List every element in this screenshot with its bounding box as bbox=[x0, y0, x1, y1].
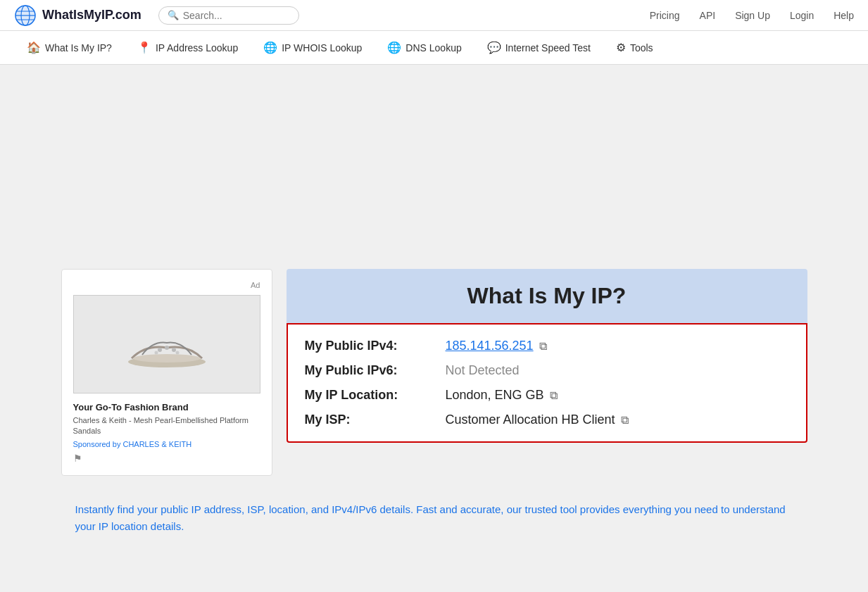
ipv6-value: Not Detected bbox=[446, 363, 520, 378]
svg-point-9 bbox=[165, 346, 169, 350]
location-copy-icon[interactable]: ⧉ bbox=[550, 389, 558, 402]
sec-nav-ip-lookup-label: IP Address Lookup bbox=[156, 42, 238, 53]
search-box[interactable]: 🔍 bbox=[158, 6, 299, 25]
isp-value: Customer Allocation HB Client bbox=[446, 412, 615, 427]
speed-icon: 💬 bbox=[487, 41, 501, 54]
secondary-navigation: 🏠 What Is My IP? 📍 IP Address Lookup 🌐 I… bbox=[0, 31, 868, 65]
tools-icon: ⚙ bbox=[616, 41, 626, 54]
sec-nav-whois[interactable]: 🌐 IP WHOIS Lookup bbox=[251, 31, 375, 65]
isp-row: My ISP: Customer Allocation HB Client ⧉ bbox=[305, 412, 789, 427]
ad-banner-area bbox=[0, 65, 868, 262]
svg-point-8 bbox=[158, 348, 162, 352]
ad-card: Ad Your Go-To Fashion Brand Charles & Ke… bbox=[61, 269, 272, 476]
ip-card-title: What Is My IP? bbox=[301, 283, 793, 309]
sec-nav-ip-lookup[interactable]: 📍 IP Address Lookup bbox=[125, 31, 251, 65]
main-content: Ad Your Go-To Fashion Brand Charles & Ke… bbox=[0, 65, 868, 558]
nav-link-help[interactable]: Help bbox=[834, 10, 854, 21]
ipv4-label: My Public IPv4: bbox=[305, 339, 446, 353]
sec-nav-whois-label: IP WHOIS Lookup bbox=[282, 42, 362, 53]
svg-point-7 bbox=[133, 354, 201, 363]
sec-nav-tools[interactable]: ⚙ Tools bbox=[603, 31, 666, 65]
sec-nav-home-label: What Is My IP? bbox=[45, 42, 112, 53]
globe-icon: 🌐 bbox=[263, 41, 277, 54]
isp-label: My ISP: bbox=[305, 412, 446, 427]
location-label: My IP Location: bbox=[305, 388, 446, 403]
description-section: Instantly find your public IP address, I… bbox=[61, 487, 807, 535]
content-section: Ad Your Go-To Fashion Brand Charles & Ke… bbox=[47, 269, 822, 476]
ad-label: Ad bbox=[73, 281, 260, 289]
sec-nav-speed-test[interactable]: 💬 Internet Speed Test bbox=[474, 31, 603, 65]
ipv6-row: My Public IPv6: Not Detected bbox=[305, 363, 789, 378]
sandal-image-icon bbox=[118, 316, 216, 372]
sec-nav-speed-label: Internet Speed Test bbox=[505, 42, 591, 53]
ad-product-desc: Charles & Keith - Mesh Pearl-Embellished… bbox=[73, 415, 260, 437]
isp-copy-icon[interactable]: ⧉ bbox=[621, 414, 629, 427]
location-value: London, ENG GB bbox=[446, 388, 544, 403]
svg-point-10 bbox=[172, 348, 176, 352]
nav-link-api[interactable]: API bbox=[700, 10, 716, 21]
ipv4-value[interactable]: 185.141.56.251 bbox=[446, 339, 534, 353]
nav-link-pricing[interactable]: Pricing bbox=[650, 10, 680, 21]
logo-area[interactable]: WhatIsMyIP.com bbox=[14, 4, 141, 27]
home-icon: 🏠 bbox=[27, 41, 41, 54]
ipv6-label: My Public IPv6: bbox=[305, 363, 446, 378]
sec-nav-dns-label: DNS Lookup bbox=[405, 42, 461, 53]
ad-image bbox=[73, 295, 260, 393]
search-icon: 🔍 bbox=[168, 10, 179, 20]
search-input[interactable] bbox=[183, 10, 282, 21]
svg-point-11 bbox=[154, 351, 158, 355]
nav-link-login[interactable]: Login bbox=[790, 10, 814, 21]
dns-globe-icon: 🌐 bbox=[387, 41, 401, 54]
nav-link-signup[interactable]: Sign Up bbox=[735, 10, 770, 21]
ipv4-copy-icon[interactable]: ⧉ bbox=[539, 340, 547, 353]
top-navigation: WhatIsMyIP.com 🔍 Pricing API Sign Up Log… bbox=[0, 0, 868, 31]
site-logo-text: WhatIsMyIP.com bbox=[42, 8, 141, 23]
svg-point-12 bbox=[175, 351, 179, 355]
ad-flag-icon: ⚑ bbox=[73, 453, 260, 464]
sec-nav-home[interactable]: 🏠 What Is My IP? bbox=[14, 31, 125, 65]
ad-sponsor-text[interactable]: Sponsored by CHARLES & KEITH bbox=[73, 440, 260, 448]
ip-card-header: What Is My IP? bbox=[287, 269, 807, 323]
sec-nav-tools-label: Tools bbox=[630, 42, 653, 53]
ip-card-body: My Public IPv4: 185.141.56.251 ⧉ My Publ… bbox=[287, 323, 807, 443]
logo-globe-icon bbox=[14, 4, 37, 27]
location-pin-icon: 📍 bbox=[137, 41, 151, 54]
ad-product-title: Your Go-To Fashion Brand bbox=[73, 402, 260, 412]
ip-info-card: What Is My IP? My Public IPv4: 185.141.5… bbox=[287, 269, 807, 443]
ipv4-row: My Public IPv4: 185.141.56.251 ⧉ bbox=[305, 339, 789, 353]
top-nav-links: Pricing API Sign Up Login Help bbox=[650, 10, 854, 21]
sec-nav-dns[interactable]: 🌐 DNS Lookup bbox=[375, 31, 474, 65]
location-row: My IP Location: London, ENG GB ⧉ bbox=[305, 388, 789, 403]
description-text: Instantly find your public IP address, I… bbox=[75, 501, 793, 535]
